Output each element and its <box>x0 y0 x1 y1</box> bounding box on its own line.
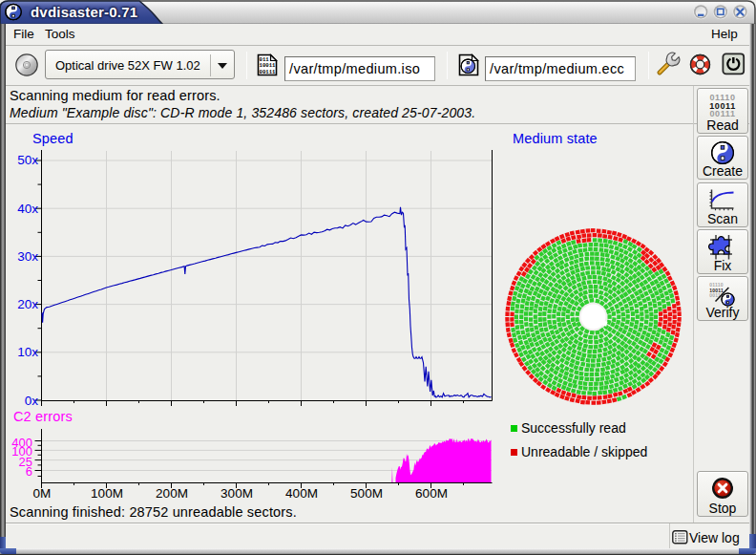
svg-text:00111: 00111 <box>260 69 276 75</box>
